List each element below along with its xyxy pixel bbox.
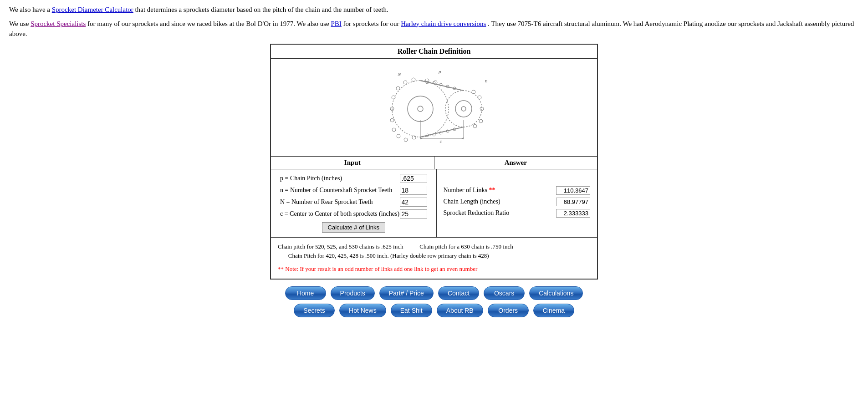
svg-point-34 (390, 118, 394, 122)
notes-area: Chain pitch for 520, 525, and 530 chains… (271, 238, 597, 279)
rear-sprocket-row: N = Number of Rear Sprocket Teeth (280, 198, 427, 207)
svg-point-36 (397, 134, 400, 138)
nav-row-1: HomeProductsPart# / PriceContactOscarsCa… (9, 286, 859, 300)
center-input[interactable] (400, 209, 427, 219)
svg-point-1 (408, 96, 433, 122)
links-stars: ** (489, 187, 495, 193)
calculations-button[interactable]: Calculations (529, 286, 583, 300)
hot-news-button[interactable]: Hot News (339, 304, 386, 317)
svg-point-35 (392, 128, 396, 132)
pitch-label: p = Chain Pitch (inches) (280, 175, 400, 182)
input-section: p = Chain Pitch (inches) n = Number of C… (271, 169, 437, 237)
length-row: Chain Length (inches) (444, 198, 591, 206)
eat-shit-button[interactable]: Eat Shit (391, 304, 432, 317)
links-label: Number of Links ** (444, 187, 557, 194)
svg-text:N: N (397, 71, 401, 77)
links-value (556, 186, 590, 195)
notes-line2: Chain Pitch for 420, 425, 428 is .500 in… (278, 251, 590, 261)
svg-marker-6 (461, 137, 464, 139)
calculate-button[interactable]: Calculate # of Links (322, 222, 385, 233)
cinema-button[interactable]: Cinema (533, 304, 574, 317)
svg-point-42 (479, 119, 483, 123)
countershaft-label: n = Number of Countershaft Sprocket Teet… (280, 187, 400, 194)
svg-point-30 (403, 81, 407, 84)
intro-line2: We use Sprocket Specialists for many of … (9, 19, 859, 39)
svg-point-28 (392, 96, 395, 99)
svg-text:n: n (485, 78, 488, 83)
chain-diagram: c N (271, 59, 597, 157)
answer-header: Answer (434, 157, 597, 169)
calculator-container: Roller Chain Definition c (270, 44, 598, 280)
svg-point-43 (473, 124, 477, 128)
answer-section: Number of Links ** Chain Length (inches)… (437, 169, 597, 237)
links-row: Number of Links ** (444, 186, 591, 195)
orders-button[interactable]: Orders (488, 304, 529, 317)
ratio-row: Sprocket Reduction Ratio (444, 209, 591, 218)
svg-point-29 (396, 86, 400, 90)
chain-diagram-svg: c N (361, 63, 507, 150)
sprocket-diameter-link[interactable]: Sprocket Diameter Calculator (52, 6, 133, 13)
harley-chain-link[interactable]: Harley chain drive conversions (401, 20, 486, 27)
products-button[interactable]: Products (331, 286, 375, 300)
input-header: Input (271, 157, 434, 169)
notes-line1: Chain pitch for 520, 525, and 530 chains… (278, 242, 590, 252)
length-value (556, 198, 590, 206)
svg-text:p: p (438, 69, 441, 74)
pbi-link[interactable]: PBI (331, 20, 342, 27)
svg-point-38 (412, 136, 416, 139)
contact-button[interactable]: Contact (438, 286, 479, 300)
calculator-title: Roller Chain Definition (271, 45, 597, 59)
home-button[interactable]: Home (285, 286, 326, 300)
io-headers: Input Answer (271, 157, 597, 169)
svg-point-37 (404, 138, 408, 142)
oscars-button[interactable]: Oscars (484, 286, 525, 300)
nav-row-2: SecretsHot NewsEat ShitAbout RBOrdersCin… (9, 304, 859, 317)
center-row: c = Center to Center of both sprockets (… (280, 209, 427, 219)
svg-point-31 (412, 78, 415, 81)
svg-text:c: c (440, 138, 442, 144)
pitch-input[interactable] (400, 174, 427, 183)
io-content: p = Chain Pitch (inches) n = Number of C… (271, 169, 597, 238)
svg-point-9 (455, 101, 472, 117)
countershaft-input[interactable] (400, 186, 427, 195)
pitch-row: p = Chain Pitch (inches) (280, 174, 427, 183)
length-label: Chain Length (inches) (444, 198, 557, 205)
ratio-value (556, 209, 590, 218)
note-red: ** Note: If your result is an odd number… (278, 265, 477, 272)
intro-line1: We also have a Sprocket Diameter Calcula… (9, 5, 859, 15)
svg-marker-5 (420, 137, 423, 139)
center-label: c = Center to Center of both sprockets (… (280, 210, 400, 218)
ratio-label: Sprocket Reduction Ratio (444, 209, 557, 217)
rear-sprocket-label: N = Number of Rear Sprocket Teeth (280, 198, 400, 206)
part-price-button[interactable]: Part# / Price (379, 286, 434, 300)
svg-point-10 (461, 107, 466, 111)
rear-sprocket-input[interactable] (400, 198, 427, 207)
about-rb-button[interactable]: About RB (437, 304, 483, 317)
countershaft-row: n = Number of Countershaft Sprocket Teet… (280, 186, 427, 195)
secrets-button[interactable]: Secrets (294, 304, 335, 317)
svg-point-2 (418, 106, 423, 112)
sprocket-specialists-link[interactable]: Sprocket Specialists (31, 20, 86, 27)
svg-point-40 (478, 96, 481, 99)
